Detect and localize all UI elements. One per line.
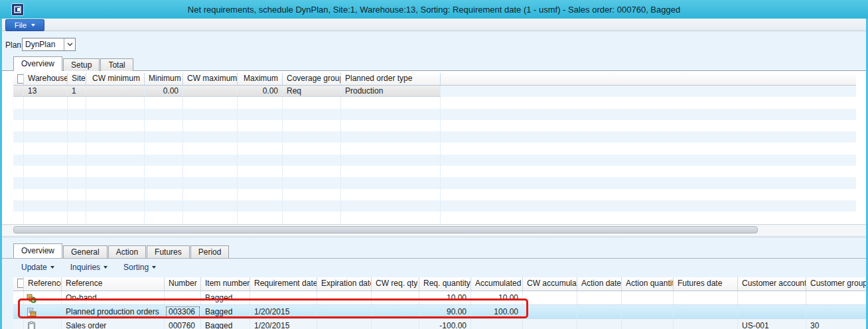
scrollbar-thumb[interactable]: [13, 226, 758, 233]
select-all-cell[interactable]: [13, 73, 24, 85]
cell-futures-date[interactable]: [674, 291, 738, 304]
cell-expiration-date[interactable]: [317, 319, 372, 329]
cell-futures-date[interactable]: [674, 319, 738, 329]
cell-requirement-date[interactable]: [250, 291, 317, 304]
cell-req-quantity[interactable]: -100.00: [419, 319, 471, 329]
col-header-coverage-group[interactable]: Coverage group: [283, 73, 341, 85]
row-sales-order[interactable]: Sales order 000760 Bagged 1/20/2015 -100…: [13, 319, 867, 329]
col-header-requirement-date[interactable]: Requirement date: [250, 277, 317, 291]
tab-futures[interactable]: Futures: [147, 245, 190, 258]
col-header-customer-account[interactable]: Customer account: [738, 277, 806, 291]
sorting-menu-button[interactable]: Sorting: [123, 263, 156, 272]
cell-action-quantity[interactable]: [622, 305, 674, 318]
cell-customer-group[interactable]: [806, 305, 867, 318]
row-planned-production-orders[interactable]: Planned production orders 003306 Bagged …: [13, 305, 867, 319]
tab-action[interactable]: Action: [108, 245, 146, 258]
cell-accumulated[interactable]: 10.00: [471, 291, 523, 304]
cell-action-date[interactable]: [577, 291, 622, 304]
select-all-checkbox[interactable]: [17, 74, 24, 84]
plan-dropdown-button[interactable]: [64, 38, 75, 50]
col-header-site[interactable]: Site: [68, 73, 86, 85]
section-splitter[interactable]: [2, 234, 866, 237]
col-header-minimum[interactable]: Minimum: [145, 73, 183, 85]
cell-accumulated[interactable]: 100.00: [471, 305, 523, 318]
col-header-planned-order-type[interactable]: Planned order type: [341, 73, 441, 85]
cell-warehouse[interactable]: 13: [24, 86, 68, 96]
row-checkbox-cell[interactable]: [13, 291, 24, 304]
col-header-action-quantity[interactable]: Action quantity: [622, 277, 674, 291]
cell-cw-accumulated[interactable]: [523, 291, 577, 304]
tab-general[interactable]: General: [63, 245, 108, 258]
cell-minimum[interactable]: 0.00: [145, 86, 183, 96]
cell-reference[interactable]: On-hand: [62, 291, 165, 304]
plan-value[interactable]: DynPlan: [23, 38, 64, 50]
row-on-hand[interactable]: On-hand Bagged 10.00 10.00: [13, 291, 867, 305]
select-all-cell[interactable]: [13, 277, 24, 291]
tab-overview-upper[interactable]: Overview: [13, 56, 62, 71]
col-header-customer-group[interactable]: Customer group: [806, 277, 867, 291]
cell-action-quantity[interactable]: [622, 291, 674, 304]
cell-action-date[interactable]: [577, 305, 622, 318]
tab-period[interactable]: Period: [190, 245, 230, 258]
cell-req-quantity[interactable]: 90.00: [419, 305, 471, 318]
col-header-cw-maximum[interactable]: CW maximum: [183, 73, 238, 85]
col-header-futures-date[interactable]: Futures date: [674, 277, 738, 291]
cell-cw-maximum[interactable]: [183, 86, 238, 96]
cell-coverage-group[interactable]: Req: [283, 86, 341, 96]
col-header-expiration-date[interactable]: Expiration date: [317, 277, 372, 291]
tab-overview-lower[interactable]: Overview: [13, 243, 62, 258]
cell-cw-req-qty[interactable]: [372, 305, 419, 318]
coverage-row-selection[interactable]: 13 1 0.00 0.00 Req Production: [13, 86, 441, 97]
col-header-item-number[interactable]: Item number: [201, 277, 250, 291]
title-bar[interactable]: Net requirements, schedule DynPlan, Site…: [0, 0, 868, 19]
cell-cw-req-qty[interactable]: [372, 291, 419, 304]
horizontal-scrollbar[interactable]: [2, 224, 866, 234]
coverage-row-selected[interactable]: 13 1 0.00 0.00 Req Production: [13, 86, 856, 97]
col-header-reference[interactable]: Reference: [62, 277, 165, 291]
cell-customer-account[interactable]: US-001: [738, 319, 806, 329]
cell-number[interactable]: 000760: [165, 319, 201, 329]
cell-req-quantity[interactable]: 10.00: [419, 291, 471, 304]
col-header-warehouse[interactable]: Warehouse: [24, 73, 68, 85]
cell-item-number[interactable]: Bagged: [201, 305, 250, 318]
cell-customer-account[interactable]: [738, 291, 806, 304]
cell-planned-order-type[interactable]: Production: [341, 86, 441, 96]
cell-accumulated[interactable]: [471, 319, 523, 329]
cell-action-quantity[interactable]: [622, 319, 674, 329]
cell-cw-req-qty[interactable]: [372, 319, 419, 329]
col-header-cw-accumulated[interactable]: CW accumulated: [523, 277, 577, 291]
cell-number[interactable]: [165, 291, 201, 304]
col-header-action-date[interactable]: Action date: [577, 277, 622, 291]
col-header-cw-minimum[interactable]: CW minimum: [86, 73, 145, 85]
tab-total[interactable]: Total: [100, 58, 133, 71]
col-header-maximum[interactable]: Maximum: [238, 73, 283, 85]
cell-reference[interactable]: Planned production orders: [62, 305, 165, 318]
cell-action-date[interactable]: [577, 319, 622, 329]
cell-maximum[interactable]: 0.00: [238, 86, 283, 96]
row-checkbox-cell[interactable]: [13, 319, 24, 329]
tab-setup[interactable]: Setup: [63, 58, 100, 71]
cell-expiration-date[interactable]: [317, 291, 372, 304]
file-menu-button[interactable]: File: [5, 19, 44, 31]
col-header-accumulated[interactable]: Accumulated: [471, 277, 523, 291]
plan-combobox[interactable]: DynPlan: [22, 38, 76, 51]
cell-site[interactable]: 1: [68, 86, 86, 96]
select-all-checkbox[interactable]: [17, 279, 24, 288]
cell-reference[interactable]: Sales order: [62, 319, 165, 329]
col-header-cw-req-qty[interactable]: CW req. qty: [372, 277, 419, 291]
cell-cw-accumulated[interactable]: [523, 305, 577, 318]
cell-customer-group[interactable]: 30: [806, 319, 867, 329]
cell-expiration-date[interactable]: [317, 305, 372, 318]
cell-number-focused[interactable]: 003306: [165, 305, 201, 318]
update-menu-button[interactable]: Update: [21, 263, 54, 272]
cell-item-number[interactable]: Bagged: [201, 291, 250, 304]
cell-item-number[interactable]: Bagged: [201, 319, 250, 329]
col-header-number[interactable]: Number: [165, 277, 201, 291]
cell-cw-accumulated[interactable]: [523, 319, 577, 329]
cell-customer-account[interactable]: [738, 305, 806, 318]
row-checkbox-cell[interactable]: [13, 305, 24, 318]
inquiries-menu-button[interactable]: Inquiries: [70, 263, 108, 272]
cell-cw-minimum[interactable]: [86, 86, 145, 96]
col-header-req-quantity[interactable]: Req. quantity: [419, 277, 471, 291]
row-checkbox-cell[interactable]: [13, 86, 24, 96]
